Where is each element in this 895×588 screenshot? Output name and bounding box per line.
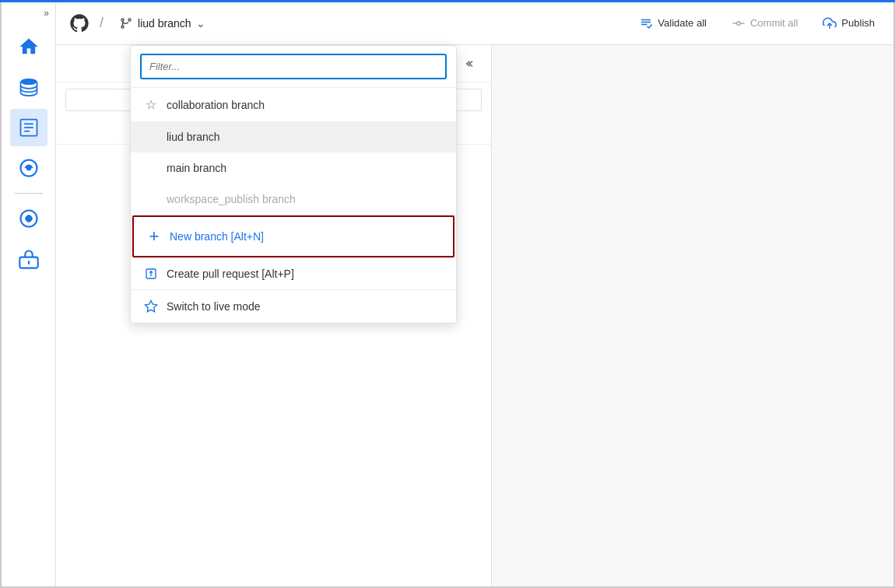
branch-icon xyxy=(119,16,133,30)
sidebar-item-pipeline[interactable] xyxy=(10,109,47,146)
dropdown-item-main[interactable]: main branch xyxy=(131,152,456,184)
sidebar-divider xyxy=(15,193,43,194)
commit-all-button[interactable]: Commit all xyxy=(725,13,804,33)
chevron-left-double-icon xyxy=(465,58,477,70)
dropdown-arrow-icon[interactable]: ⌄ xyxy=(196,17,205,30)
branch-selector[interactable]: liud branch ⌄ xyxy=(113,13,212,33)
dropdown-item-liud[interactable]: liud branch xyxy=(131,121,456,152)
create-pr-label: Create pull request [Alt+P] xyxy=(167,268,294,280)
path-separator: / xyxy=(100,15,104,31)
collaboration-branch-label: collaboration branch xyxy=(167,99,265,111)
svg-point-0 xyxy=(20,79,37,85)
dropdown-item-switch-live[interactable]: Switch to live mode xyxy=(131,290,456,323)
database-icon xyxy=(18,76,40,98)
svg-point-14 xyxy=(737,21,741,25)
collapse-left-btn[interactable] xyxy=(460,53,482,75)
live-mode-icon xyxy=(143,299,159,313)
sidebar-expand-btn[interactable]: » xyxy=(2,8,55,19)
content-area: 5 ☆ collaboration branch liud branch xyxy=(56,45,893,586)
github-icon xyxy=(68,12,90,34)
svg-point-6 xyxy=(26,166,30,170)
commit-icon xyxy=(732,16,746,30)
svg-point-13 xyxy=(128,19,131,21)
monitor-icon xyxy=(18,208,40,229)
sidebar-item-monitor[interactable] xyxy=(10,200,47,237)
liud-branch-label: liud branch xyxy=(167,131,220,143)
toolbox-icon xyxy=(18,248,40,270)
home-icon xyxy=(18,36,40,58)
branch-filter-input[interactable] xyxy=(140,54,447,79)
topbar: / liud branch ⌄ Validate all xyxy=(56,2,893,45)
new-branch-label: New branch [Alt+N] xyxy=(170,230,264,243)
main-area: / liud branch ⌄ Validate all xyxy=(56,2,893,586)
validate-all-label: Validate all xyxy=(658,17,707,29)
publish-button[interactable]: Publish xyxy=(816,13,881,33)
validate-icon xyxy=(639,16,653,30)
branch-name-label: liud branch xyxy=(138,17,191,30)
top-accent xyxy=(0,0,895,2)
svg-marker-20 xyxy=(146,301,157,312)
dropdown-item-new-branch[interactable]: + New branch [Alt+N] xyxy=(132,215,455,257)
branch-dropdown: ☆ collaboration branch liud branch main … xyxy=(130,45,457,324)
svg-point-8 xyxy=(26,216,31,222)
topbar-actions: Validate all Commit all Publish xyxy=(633,13,881,33)
pull-request-icon xyxy=(143,268,159,280)
switch-live-label: Switch to live mode xyxy=(167,300,261,313)
dropdown-item-collaboration[interactable]: ☆ collaboration branch xyxy=(131,88,456,121)
dropdown-item-workspace-publish[interactable]: workspace_publish branch xyxy=(131,184,456,215)
expand-icon[interactable]: » xyxy=(44,8,49,19)
dropdown-filter-section xyxy=(131,46,456,88)
plus-icon: + xyxy=(146,226,162,247)
dropdown-item-create-pr[interactable]: Create pull request [Alt+P] xyxy=(131,258,456,289)
svg-point-11 xyxy=(121,19,124,21)
commit-all-label: Commit all xyxy=(750,17,798,29)
publish-icon xyxy=(823,16,837,30)
pipeline-icon xyxy=(18,117,40,138)
connector-icon xyxy=(18,157,40,179)
star-icon: ☆ xyxy=(143,97,159,112)
sidebar-item-home[interactable] xyxy=(10,28,47,65)
workspace-publish-label: workspace_publish branch xyxy=(167,193,296,205)
publish-label: Publish xyxy=(841,17,875,29)
validate-all-button[interactable]: Validate all xyxy=(633,13,713,33)
sidebar-item-toolbox[interactable] xyxy=(10,240,47,278)
sidebar: » xyxy=(2,2,56,586)
main-branch-label: main branch xyxy=(167,162,226,174)
sidebar-item-connector[interactable] xyxy=(10,149,47,187)
sidebar-item-data[interactable] xyxy=(10,68,47,106)
svg-point-12 xyxy=(121,26,124,28)
right-panel xyxy=(492,45,893,586)
